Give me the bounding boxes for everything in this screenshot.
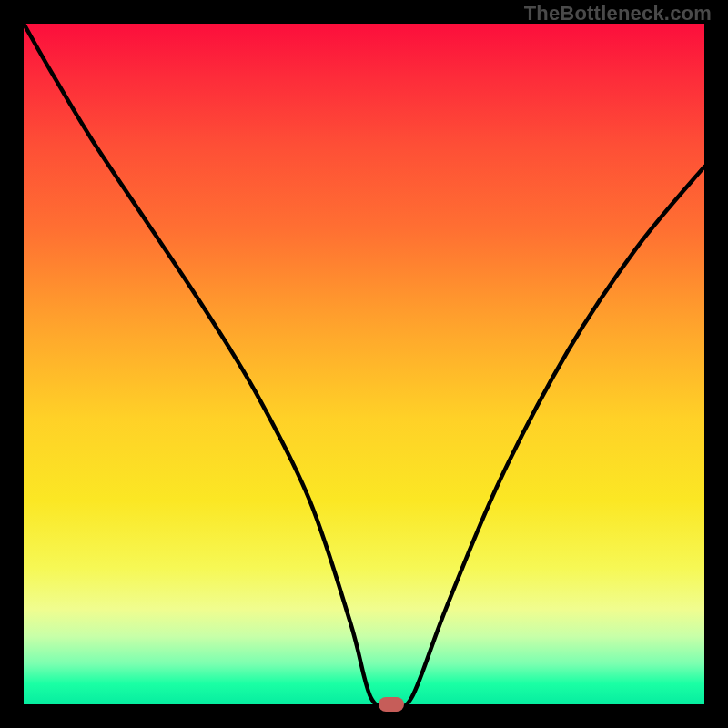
watermark-text: TheBottleneck.com (524, 2, 712, 25)
chart-frame: TheBottleneck.com (0, 0, 728, 728)
curve-layer (24, 24, 704, 704)
optimal-point-marker (379, 697, 404, 712)
bottleneck-curve (24, 24, 704, 704)
plot-area (24, 24, 704, 704)
